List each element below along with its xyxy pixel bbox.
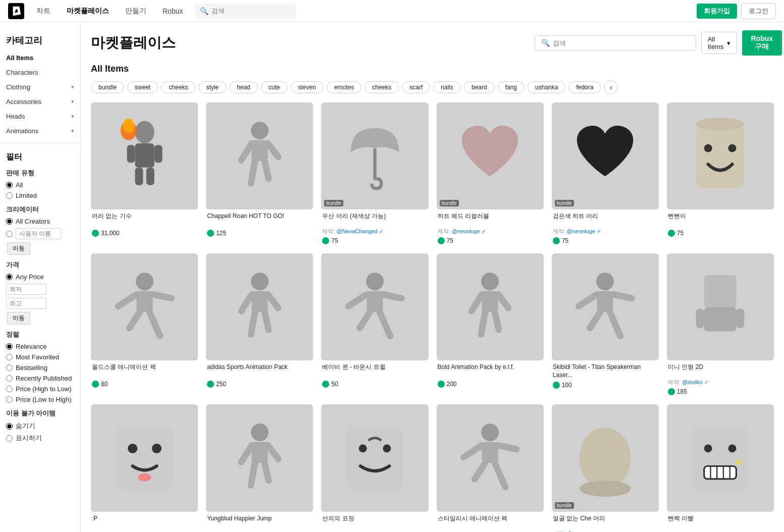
content-search-input[interactable] bbox=[553, 39, 690, 47]
price-min-input[interactable] bbox=[6, 284, 46, 295]
nav-robux[interactable]: Robux bbox=[154, 0, 191, 22]
sidebar-item-clothing[interactable]: Clothing ▾ bbox=[0, 80, 80, 94]
item-card[interactable]: 스타일리시 애니메이션 팩 80 bbox=[437, 404, 544, 532]
item-card[interactable]: 올드스쿨 애니메이션 팩 80 bbox=[91, 253, 198, 396]
tag-cheeks[interactable]: cheeks bbox=[161, 81, 195, 93]
tag-scarf[interactable]: scarf bbox=[402, 81, 430, 93]
svg-line-39 bbox=[472, 294, 482, 311]
item-card[interactable]: bundle하트 헤드 리컬러블제작: @neonluge ✓ 75 bbox=[437, 102, 544, 245]
item-card[interactable]: :P 30 bbox=[91, 404, 198, 532]
svg-line-46 bbox=[613, 294, 632, 298]
content-search-container: 🔍 bbox=[535, 35, 696, 50]
items-filter-dropdown[interactable]: All Items ▾ bbox=[701, 32, 737, 54]
item-creator: 제작: @dvdko ✓ bbox=[667, 379, 774, 386]
svg-rect-4 bbox=[135, 167, 143, 185]
item-thumbnail: bundle bbox=[321, 102, 428, 209]
tag-cute[interactable]: cute bbox=[261, 81, 288, 93]
filter-sale-all[interactable]: All bbox=[0, 180, 80, 190]
item-card[interactable]: Yungblud Happier Jump 50 bbox=[206, 404, 313, 532]
item-card[interactable]: 머리 없는 기수 31,000 bbox=[91, 102, 198, 245]
price-go-button[interactable]: 이동 bbox=[7, 312, 30, 325]
tag-steven[interactable]: steven bbox=[291, 81, 324, 93]
creator-name-input[interactable] bbox=[16, 228, 61, 239]
top-nav: 차트 마켓플레이스 만들기 Robux 🔍 회원가입 로그인 bbox=[0, 0, 784, 22]
svg-line-28 bbox=[268, 294, 278, 308]
item-card[interactable]: Skibidi Toilet - Titan Speakerman Laser.… bbox=[552, 253, 659, 396]
sale-type-label: 판매 유형 bbox=[0, 165, 80, 180]
item-card[interactable]: bundle우산 머리 (재색상 가능)제작: @NevaChanged ✓ 7… bbox=[321, 102, 428, 245]
creator-go-button[interactable]: 이동 bbox=[7, 242, 30, 255]
login-button[interactable]: 로그인 bbox=[741, 3, 776, 19]
unavailable-hide[interactable]: 숨기기 bbox=[0, 420, 80, 432]
sort-price-low[interactable]: Price (Low to High) bbox=[0, 394, 80, 405]
nav-create[interactable]: 만들기 bbox=[117, 0, 154, 22]
tag-fedora[interactable]: fedora bbox=[568, 81, 601, 93]
item-thumbnail bbox=[321, 404, 428, 511]
item-card[interactable]: 미니 인형 2D제작: @dvdko ✓ 185 bbox=[667, 253, 774, 396]
sort-bestselling[interactable]: Bestselling bbox=[0, 362, 80, 373]
top-nav-search-input[interactable] bbox=[212, 7, 291, 15]
price-max-input[interactable] bbox=[6, 298, 46, 309]
tags-next-button[interactable]: › bbox=[604, 80, 618, 94]
chevron-down-icon: ▾ bbox=[71, 113, 74, 120]
sidebar-item-accessories[interactable]: Accessories ▾ bbox=[0, 94, 80, 109]
category-title: 카테고리 bbox=[0, 30, 80, 50]
item-card[interactable]: Chappell Roan HOT TO GO! 125 bbox=[206, 102, 313, 245]
item-thumbnail bbox=[552, 253, 659, 360]
item-thumbnail bbox=[667, 102, 774, 209]
signup-button[interactable]: 회원가입 bbox=[697, 4, 737, 19]
sort-recent[interactable]: Recently Published bbox=[0, 373, 80, 384]
tag-fang[interactable]: fang bbox=[498, 81, 525, 93]
price-go-row: 이동 bbox=[0, 310, 80, 326]
tag-ushanka[interactable]: ushanka bbox=[528, 81, 565, 93]
item-card[interactable]: ✦빤짝 이빨 35 bbox=[667, 404, 774, 532]
item-name: Chappell Roan HOT TO GO! bbox=[206, 212, 313, 228]
unavailable-show[interactable]: 표시하기 bbox=[0, 432, 80, 444]
nav-marketplace[interactable]: 마켓플레이스 bbox=[59, 0, 117, 22]
filter-price-any[interactable]: Any Price bbox=[0, 272, 80, 282]
tag-bundle[interactable]: bundle bbox=[91, 81, 124, 93]
svg-point-17 bbox=[704, 144, 712, 152]
sidebar-item-animations[interactable]: Animations ▾ bbox=[0, 124, 80, 138]
svg-rect-3 bbox=[154, 145, 162, 163]
filter-sale-limited[interactable]: Limited bbox=[0, 190, 80, 201]
tag-head[interactable]: head bbox=[229, 81, 258, 93]
sidebar-item-heads[interactable]: Heads ▾ bbox=[0, 109, 80, 124]
sort-relevance[interactable]: Relevance bbox=[0, 341, 80, 352]
svg-rect-63 bbox=[347, 426, 403, 490]
unavailable-label: 이용 불가 아이템 bbox=[0, 405, 80, 420]
sidebar-item-characters[interactable]: Characters bbox=[0, 65, 80, 80]
search-icon: 🔍 bbox=[200, 7, 208, 15]
sort-price-high[interactable]: Price (High to Low) bbox=[0, 384, 80, 394]
nav-chart[interactable]: 차트 bbox=[28, 0, 59, 22]
item-price: 200 bbox=[437, 380, 544, 389]
tag-beard[interactable]: beard bbox=[464, 81, 495, 93]
item-card[interactable]: 뻔뻔이 75 bbox=[667, 102, 774, 245]
item-card[interactable]: 선의의 표정 15 bbox=[321, 404, 428, 532]
robux-buy-button[interactable]: Robux 구매 bbox=[742, 30, 782, 56]
item-card[interactable]: 베이비 퀸 - 바운시 트윌 50 bbox=[321, 253, 428, 396]
sidebar-item-allitems[interactable]: All Items bbox=[0, 50, 80, 65]
item-card[interactable]: bundle검은색 하트 머리제작: @neonluge ✓ 75 bbox=[552, 102, 659, 245]
svg-line-11 bbox=[268, 143, 278, 157]
svg-line-33 bbox=[348, 294, 367, 306]
item-card[interactable]: Bold Animation Pack by e.l.f. 200 bbox=[437, 253, 544, 396]
item-thumbnail bbox=[437, 404, 544, 511]
item-badge: bundle bbox=[555, 200, 574, 206]
item-card[interactable]: bundle얼굴 없는 Che 머리제작: @neyawnn ✓ 75 bbox=[552, 404, 659, 532]
svg-line-45 bbox=[579, 294, 597, 306]
sort-favorited[interactable]: Most Favorited bbox=[0, 352, 80, 362]
robux-icon bbox=[438, 381, 445, 388]
tag-emotes[interactable]: emotes bbox=[327, 81, 361, 93]
tag-nails[interactable]: nails bbox=[433, 81, 461, 93]
item-card[interactable]: adidas Sports Animation Pack 250 bbox=[206, 253, 313, 396]
chevron-down-icon: ▾ bbox=[727, 39, 730, 47]
tag-cheeks[interactable]: cheeks bbox=[364, 81, 399, 93]
svg-point-54 bbox=[128, 444, 137, 453]
filter-creator-user[interactable] bbox=[0, 227, 80, 241]
tag-sweet[interactable]: sweet bbox=[127, 81, 158, 93]
tag-style[interactable]: style bbox=[198, 81, 226, 93]
filter-creator-all[interactable]: All Creators bbox=[0, 216, 80, 227]
logo[interactable] bbox=[8, 3, 24, 19]
chevron-down-icon: ▾ bbox=[71, 98, 74, 105]
